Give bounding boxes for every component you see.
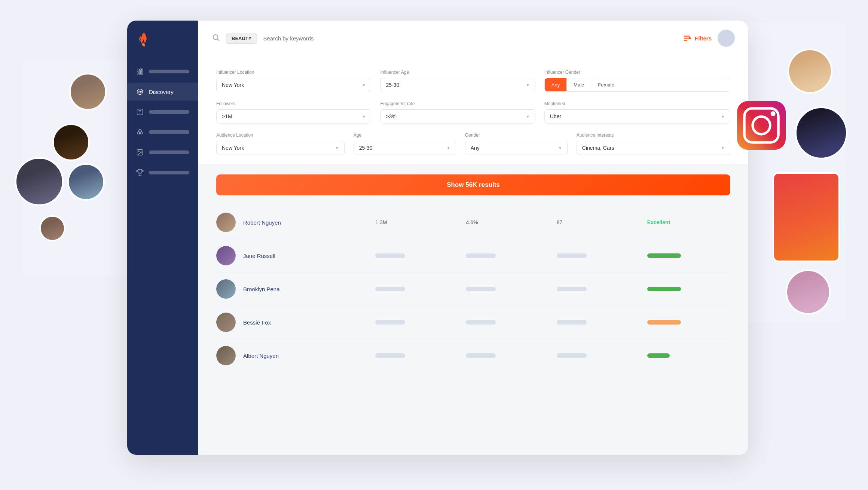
filter-row-2: Followers >1M ▼ Engagement rate >3% ▼ — [216, 101, 730, 124]
influencer-location-value: New York — [222, 82, 244, 88]
influencer-location-select[interactable]: New York ▼ — [216, 78, 371, 92]
audience-location-select[interactable]: New York ▼ — [216, 141, 345, 155]
engagement-value: >3% — [386, 113, 396, 119]
sidebar-navigation: Discovery — [127, 63, 198, 182]
sidebar-item-discovery[interactable]: Discovery — [127, 83, 198, 101]
right-avatar-2 — [795, 107, 847, 159]
influencer-gender-label: Influencer Gender — [544, 70, 730, 75]
chevron-down-icon-9: ▼ — [721, 146, 725, 150]
result-avatar-2 — [216, 246, 236, 265]
audience-interests-value: Cinema, Cars — [582, 145, 614, 151]
main-window: Discovery — [127, 21, 748, 455]
result-bar-score-3 — [557, 287, 640, 291]
result-bar-followers-4 — [375, 320, 458, 325]
sidebar-label-bar-6 — [149, 171, 189, 174]
result-bar-score-2 — [557, 253, 640, 258]
result-bar-followers-5 — [375, 353, 458, 358]
engagement-select[interactable]: >3% ▼ — [380, 109, 535, 124]
result-bar-engagement-4 — [466, 320, 549, 325]
result-bar-followers-3 — [375, 287, 458, 291]
table-row[interactable]: Albert Nguyen — [216, 339, 730, 372]
chevron-down-icon-2: ▼ — [526, 83, 530, 87]
filter-group-engagement: Engagement rate >3% ▼ — [380, 101, 535, 124]
sidebar-item-compare[interactable] — [127, 123, 198, 141]
chevron-down-icon-8: ▼ — [558, 146, 562, 150]
sidebar-label-bar-4 — [149, 130, 189, 134]
table-row[interactable]: Jane Russell — [216, 239, 730, 273]
result-followers-1: 1.3M — [375, 219, 458, 225]
float-avatar-3 — [15, 157, 64, 206]
sidebar-item-reports[interactable] — [127, 103, 198, 121]
result-bar-score-4 — [557, 320, 640, 325]
filter-group-followers: Followers >1M ▼ — [216, 101, 371, 124]
result-name-5: Albert Nguyen — [243, 353, 368, 359]
fire-logo-icon — [136, 32, 152, 48]
filter-row-1: Influencer Location New York ▼ Influence… — [216, 70, 730, 92]
show-results-button[interactable]: Show 56K results — [216, 174, 730, 195]
result-bar-engagement-3 — [466, 287, 549, 291]
chart-icon — [136, 68, 144, 75]
results-section: Robert Nguyen 1.3M 4.6% 87 Excellent Jan… — [198, 206, 748, 455]
filters-button[interactable]: Filters — [683, 34, 712, 42]
right-avatar-3 — [773, 172, 840, 262]
result-name-4: Bessie Fox — [243, 319, 368, 326]
svg-point-24 — [689, 37, 690, 39]
chevron-down-icon-5: ▼ — [721, 115, 725, 119]
result-score-num-1: 87 — [557, 219, 640, 225]
audience-interests-label: Audience Interests — [577, 133, 730, 138]
gender-male-button[interactable]: Male — [566, 78, 591, 91]
user-avatar[interactable] — [718, 30, 735, 47]
right-avatar-4 — [786, 270, 831, 314]
main-content-area: BEAUTY Filters Influen — [198, 21, 748, 455]
search-icon — [212, 33, 220, 43]
sidebar-item-campaigns[interactable] — [127, 143, 198, 161]
followers-select[interactable]: >1M ▼ — [216, 109, 371, 124]
sidebar-item-awards[interactable] — [127, 164, 198, 182]
svg-line-20 — [217, 39, 219, 40]
result-score-bar-2 — [647, 253, 730, 258]
gender-label: Gender — [465, 133, 568, 138]
reports-icon — [136, 108, 144, 116]
influencer-age-value: 25-30 — [386, 82, 399, 88]
sidebar-item-analytics[interactable] — [127, 63, 198, 80]
scale-icon — [136, 128, 144, 136]
result-bar-score-5 — [557, 353, 640, 358]
age-select[interactable]: 25-30 ▼ — [354, 141, 456, 155]
filter-row-3: Audience Location New York ▼ Age 25-30 ▼ — [216, 133, 730, 155]
result-avatar-5 — [216, 346, 236, 365]
chevron-down-icon-6: ▼ — [335, 146, 339, 150]
table-row[interactable]: Robert Nguyen 1.3M 4.6% 87 Excellent — [216, 206, 730, 239]
float-avatar-4 — [67, 163, 105, 201]
trophy-icon — [136, 169, 144, 176]
svg-point-3 — [771, 111, 776, 116]
table-row[interactable]: Brooklyn Pena — [216, 273, 730, 306]
filter-group-audience-interests: Audience Interests Cinema, Cars ▼ — [577, 133, 730, 155]
mentioned-select[interactable]: Uber ▼ — [544, 109, 730, 124]
result-avatar-1 — [216, 213, 236, 232]
beauty-tag[interactable]: BEAUTY — [226, 33, 257, 44]
filter-rows: Influencer Location New York ▼ Influence… — [216, 70, 730, 155]
result-score-text-1: Excellent — [647, 219, 730, 225]
svg-point-16 — [138, 151, 140, 152]
result-name-3: Brooklyn Pena — [243, 286, 368, 292]
gender-value: Any — [471, 145, 480, 151]
instagram-icon-decoration — [737, 101, 786, 150]
filter-group-mentioned: Mentioned Uber ▼ — [544, 101, 730, 124]
age-value: 25-30 — [359, 145, 373, 151]
result-avatar-3 — [216, 279, 236, 299]
svg-rect-6 — [141, 69, 143, 74]
gender-any-button[interactable]: Any — [545, 78, 566, 91]
compass-icon — [136, 88, 144, 95]
gender-female-button[interactable]: Female — [591, 78, 621, 91]
influencer-age-label: Influencer Age — [380, 70, 535, 75]
influencer-age-select[interactable]: 25-30 ▼ — [380, 78, 535, 92]
sidebar-label-bar-1 — [149, 70, 189, 73]
result-bar-engagement-2 — [466, 253, 549, 258]
audience-interests-select[interactable]: Cinema, Cars ▼ — [577, 141, 730, 155]
search-input[interactable] — [263, 35, 467, 42]
table-row[interactable]: Bessie Fox — [216, 306, 730, 339]
right-avatar-1 — [788, 49, 832, 94]
gender-select[interactable]: Any ▼ — [465, 141, 568, 155]
chevron-down-icon-4: ▼ — [526, 115, 530, 119]
result-name-1: Robert Nguyen — [243, 219, 368, 226]
